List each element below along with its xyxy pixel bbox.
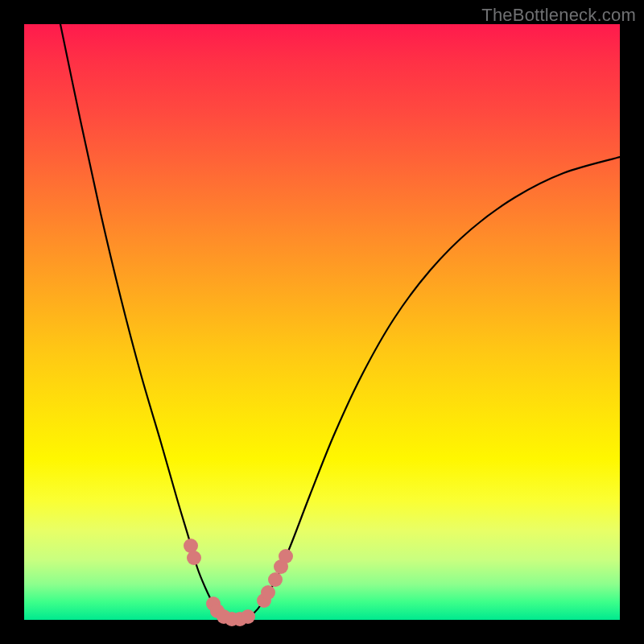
curve-marker (187, 551, 201, 565)
curve-line (60, 24, 620, 619)
curve-marker (268, 572, 283, 587)
curve-marker (279, 549, 293, 564)
curve-markers (184, 539, 293, 626)
curve-marker (261, 585, 275, 600)
watermark-text: TheBottleneck.com (481, 5, 636, 26)
chart-svg (24, 24, 620, 620)
chart-frame: TheBottleneck.com (0, 0, 644, 644)
curve-marker (241, 609, 255, 624)
plot-area (24, 24, 620, 620)
